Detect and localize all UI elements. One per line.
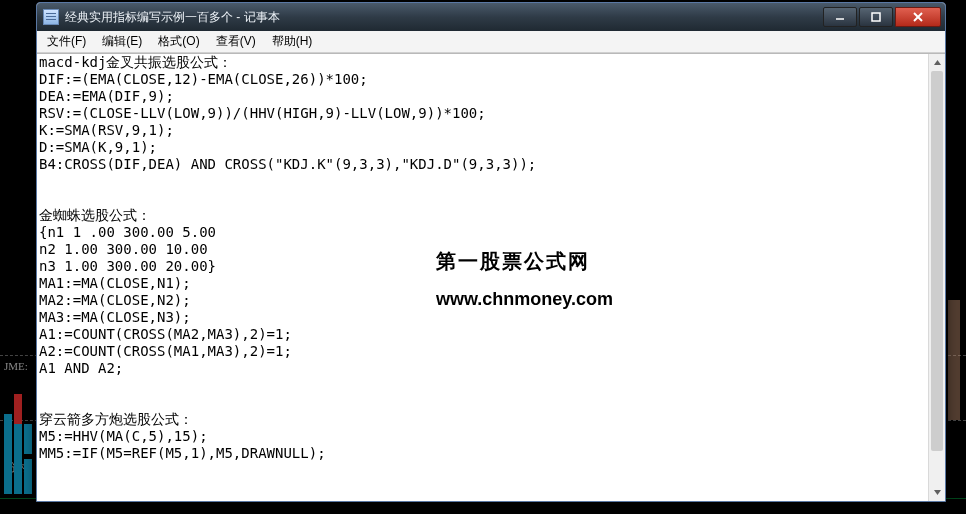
- scroll-up-button[interactable]: [929, 54, 945, 71]
- scroll-thumb[interactable]: [931, 71, 943, 451]
- svg-rect-1: [872, 13, 880, 21]
- svg-marker-5: [934, 490, 941, 495]
- close-button[interactable]: [895, 7, 941, 27]
- client-area: macd-kdj金叉共振选股公式： DIF:=(EMA(CLOSE,12)-EM…: [37, 53, 945, 501]
- scroll-track[interactable]: [929, 71, 945, 484]
- menu-view[interactable]: 查看(V): [208, 31, 264, 52]
- menu-format[interactable]: 格式(O): [150, 31, 207, 52]
- menu-file[interactable]: 文件(F): [39, 31, 94, 52]
- desktop-background: JME: 分时 经典实用指标编写示例一百多个 - 记事本: [0, 0, 966, 514]
- titlebar[interactable]: 经典实用指标编写示例一百多个 - 记事本: [37, 3, 945, 31]
- vertical-scrollbar[interactable]: [928, 54, 945, 501]
- window-title: 经典实用指标编写示例一百多个 - 记事本: [65, 9, 815, 26]
- notepad-icon: [43, 9, 59, 25]
- svg-marker-4: [934, 60, 941, 65]
- maximize-button[interactable]: [859, 7, 893, 27]
- scroll-down-button[interactable]: [929, 484, 945, 501]
- bg-label-volume: JME:: [4, 360, 28, 372]
- menu-bar: 文件(F) 编辑(E) 格式(O) 查看(V) 帮助(H): [37, 31, 945, 53]
- notepad-window: 经典实用指标编写示例一百多个 - 记事本 文件(F) 编辑(E) 格式(O) 查…: [36, 2, 946, 502]
- menu-help[interactable]: 帮助(H): [264, 31, 321, 52]
- minimize-button[interactable]: [823, 7, 857, 27]
- menu-edit[interactable]: 编辑(E): [94, 31, 150, 52]
- text-editor[interactable]: macd-kdj金叉共振选股公式： DIF:=(EMA(CLOSE,12)-EM…: [37, 54, 928, 501]
